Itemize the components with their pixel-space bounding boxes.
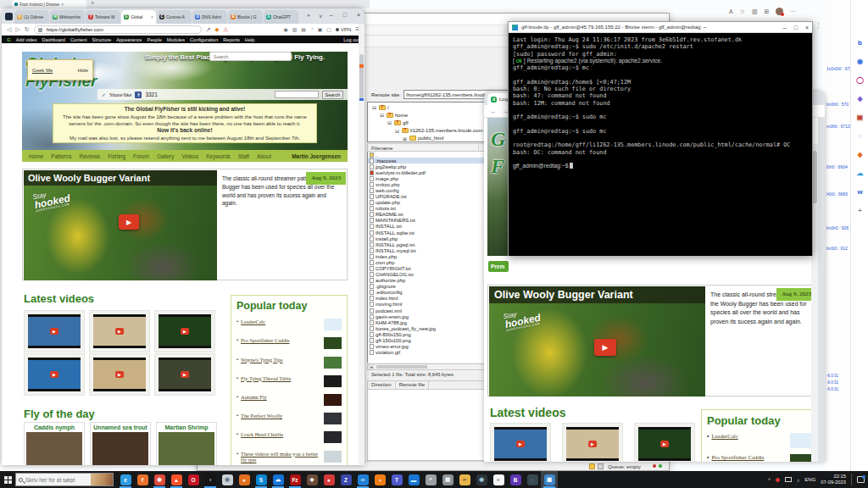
queue-remotefile-header[interactable]: Remote file — [396, 381, 429, 389]
admin-menu-item[interactable]: Structure — [92, 37, 112, 42]
video-image[interactable] — [28, 314, 81, 348]
sidebar-icon[interactable]: ◉ — [857, 58, 863, 66]
video-thumbnail[interactable] — [490, 423, 551, 462]
sidebar-icon[interactable]: w — [857, 188, 862, 197]
admin-menu-item[interactable]: Help — [245, 37, 255, 42]
expander-icon[interactable]: ⊟ — [379, 112, 385, 118]
app-icon[interactable]: ◉ — [154, 474, 165, 485]
site-search-input[interactable] — [275, 91, 319, 98]
url-field[interactable]: https://globalflyfisher.com — [34, 25, 202, 34]
nav-link[interactable]: Fishing — [108, 153, 125, 159]
popular-link[interactable]: Pro Sportfisher Caddis — [711, 454, 787, 462]
sidebar-icon[interactable]: ☁ — [857, 169, 864, 178]
taskbar-app[interactable]: ◉ — [219, 471, 236, 488]
failed-transfers-icon[interactable] — [653, 464, 656, 468]
drupal-logo[interactable]: G — [7, 37, 11, 42]
popular-link[interactable]: LeaderCalc — [711, 433, 787, 441]
expander-icon[interactable]: ⊟ — [387, 119, 392, 125]
taskbar-app[interactable]: ◉ — [473, 471, 490, 488]
sidebar-icon[interactable]: ◯ — [856, 76, 864, 85]
expander-icon[interactable]: ⊞ — [402, 136, 408, 141]
fly-card[interactable]: Unnamed sea trout — [90, 422, 151, 465]
play-icon[interactable]: ▶ — [594, 339, 616, 356]
taskbar-app[interactable]: ▬ — [405, 471, 422, 488]
app-icon[interactable]: ● — [239, 474, 250, 485]
tab-close-icon[interactable]: × — [61, 2, 64, 7]
app-icon[interactable]: f — [137, 474, 148, 485]
taskbar-app[interactable]: ≡ — [490, 471, 507, 488]
video-image[interactable] — [638, 427, 691, 461]
close-icon[interactable]: × — [805, 25, 809, 30]
video-thumbnail[interactable] — [562, 423, 623, 462]
taskbar-search[interactable] — [15, 473, 114, 486]
video-image[interactable] — [93, 358, 146, 391]
popular-link[interactable]: Wayne's Tying Tips — [241, 357, 321, 363]
vpn-badge[interactable]: VPN — [336, 27, 351, 32]
link[interactable]: m0h0 : 6713 — [826, 124, 850, 129]
video-thumbnail[interactable] — [154, 353, 215, 396]
browser-tab[interactable]: W Wirksomhe × — [50, 10, 85, 24]
maximize-icon[interactable]: □ — [794, 25, 798, 30]
app-icon[interactable]: S — [256, 474, 267, 485]
taskbar-app[interactable]: ▲ — [168, 471, 185, 488]
app-icon[interactable]: ▬ — [409, 474, 420, 485]
popular-link[interactable]: These videos will make you a better fly … — [241, 451, 321, 464]
logged-in-user[interactable]: Martin Joergensen — [292, 153, 341, 159]
popular-thumb[interactable] — [324, 337, 342, 349]
close-icon[interactable]: × — [357, 12, 360, 18]
app-icon[interactable]: ◉ — [476, 474, 487, 485]
notification-center-icon[interactable] — [857, 476, 865, 483]
taskbar-app[interactable]: e — [117, 471, 134, 488]
admin-menu-item[interactable]: Appearance — [116, 37, 142, 42]
warning-icon[interactable]: ⚠ — [224, 26, 229, 33]
taskbar-app[interactable]: ☁ — [270, 471, 287, 488]
tray-chevron-icon[interactable]: ^ — [768, 477, 771, 483]
fly-card-title[interactable]: Unnamed sea trout — [92, 424, 148, 430]
start-button[interactable] — [0, 471, 15, 488]
app-icon[interactable]: T — [392, 474, 403, 485]
popular-thumb[interactable] — [324, 319, 342, 330]
nav-link[interactable]: Reviews — [80, 153, 101, 159]
fly-card[interactable]: Caddis nymph — [24, 422, 85, 465]
taskbar-app[interactable]: ▰ — [456, 471, 473, 488]
popular-link[interactable]: The Perfect Woolly — [241, 413, 321, 419]
link[interactable]: 1x0x0t0 : 6725 — [826, 66, 850, 71]
video-thumbnail[interactable] — [89, 310, 150, 352]
successful-transfers-icon[interactable] — [659, 464, 662, 468]
nav-link[interactable]: Keywords — [206, 153, 231, 159]
taskbar-app[interactable]: › — [202, 471, 219, 488]
sidebar-icon[interactable]: b — [858, 39, 862, 47]
app-icon[interactable]: Fz — [290, 474, 301, 485]
extension-icon[interactable]: ▥ — [292, 26, 298, 32]
reload-icon[interactable]: ↻ — [25, 26, 30, 33]
taskbar-app[interactable]: ◉ — [151, 471, 168, 488]
app-icon[interactable]: ▣ — [544, 474, 555, 485]
toolbar-icon[interactable]: ☆ — [740, 8, 745, 15]
back-icon[interactable]: ◁ — [7, 26, 11, 33]
extension-icon[interactable]: ◉ — [283, 26, 287, 32]
terminal-titlebar[interactable]: gff-linode.tlp - gff_admin@45.79.165.155… — [509, 22, 812, 33]
taskbar-app[interactable]: S — [253, 471, 270, 488]
video-image[interactable] — [159, 314, 211, 348]
forward-icon[interactable]: ▷ — [15, 26, 19, 33]
sidebar-icon[interactable]: ▣ — [857, 114, 864, 122]
queue-files-icon[interactable] — [598, 463, 604, 469]
popular-thumb[interactable] — [324, 431, 342, 443]
popular-link[interactable]: Fly Tying Thread Table — [241, 375, 321, 382]
browser-tab[interactable]: B Blocks | G × — [228, 10, 263, 24]
popular-thumb[interactable] — [324, 394, 342, 406]
scrollbar-thumb[interactable] — [359, 54, 364, 98]
featured-image[interactable]: Olive Wooly Bugger Variant Stay hooked A… — [24, 170, 217, 280]
link[interactable]: lm0h0 : 926 — [826, 225, 850, 230]
extension-icon[interactable]: ▤ — [301, 26, 306, 32]
taskbar-app[interactable]: ◌ — [524, 471, 541, 488]
nav-link[interactable]: Staff — [238, 153, 249, 159]
clock[interactable]: 22:1507-09-2023 — [821, 474, 846, 485]
taskbar-app[interactable]: Fz — [287, 471, 303, 488]
like-icon[interactable]: ✓ — [102, 92, 106, 97]
browser-tab[interactable]: O (1) Odinse × — [14, 10, 49, 24]
app-icon[interactable]: ● — [324, 474, 335, 485]
popular-thumb[interactable] — [324, 375, 342, 387]
facebook-icon[interactable]: f — [135, 92, 142, 98]
app-icon[interactable]: ◑ — [375, 474, 386, 485]
